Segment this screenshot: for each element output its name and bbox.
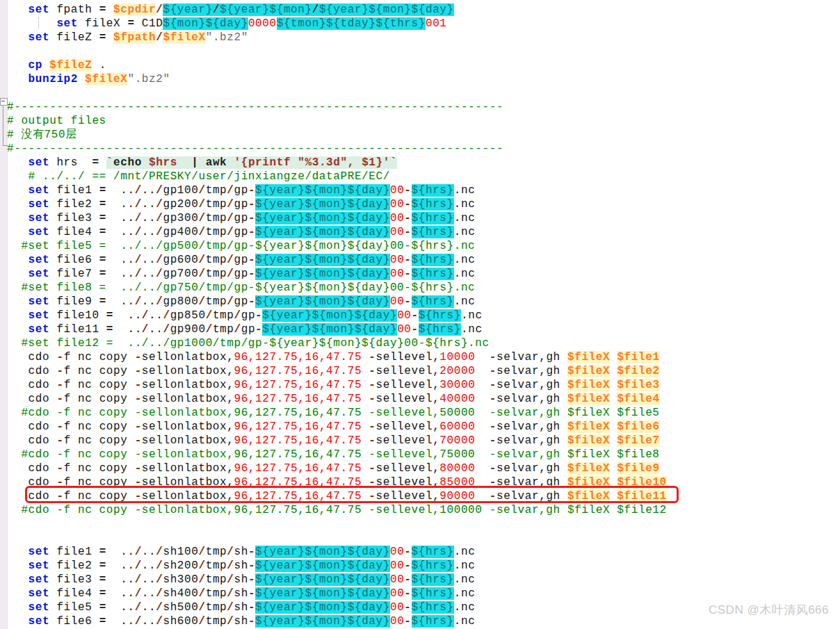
code-token: [475, 351, 489, 363]
code-line[interactable]: set file3 = ../../sh300/tmp/sh-${year}${…: [7, 573, 667, 587]
code-token: file9: [49, 295, 99, 308]
code-area[interactable]: set fpath = $cpdir/${year}/${year}${mon}…: [7, 3, 667, 629]
code-token: ${year}${mon}${day}: [255, 546, 390, 558]
code-line[interactable]: set file9 = ../../gp800/tmp/gp-${year}${…: [7, 295, 667, 309]
code-token: .nc: [454, 184, 476, 197]
code-token: -: [404, 254, 411, 266]
code-line[interactable]: set file4 = ../../sh400/tmp/sh-${year}${…: [7, 587, 667, 601]
code-token: [610, 462, 617, 475]
code-token: 96,127.75,16,47.75: [234, 393, 362, 405]
code-token: ..: [106, 268, 135, 280]
code-line[interactable]: [7, 531, 667, 545]
code-token: $fpath: [113, 31, 156, 44]
code-token: 00: [390, 587, 404, 600]
code-token: -: [404, 226, 411, 238]
code-line[interactable]: set file7 = ../../gp700/tmp/gp-${year}${…: [7, 267, 667, 281]
code-line[interactable]: # output files: [7, 114, 667, 128]
code-token: /: [227, 198, 234, 211]
code-token: f nc copy: [64, 351, 135, 363]
code-token: -: [404, 198, 411, 211]
code-token: [7, 59, 29, 72]
code-token: [7, 212, 29, 224]
code-token: -: [404, 295, 411, 308]
code-line[interactable]: # ../../ == /mnt/PRESKY/user/jinxiangze/…: [7, 170, 667, 183]
fold-collapse-icon[interactable]: [0, 98, 8, 106]
code-line[interactable]: set file1 = ../../gp100/tmp/gp-${year}${…: [7, 183, 667, 197]
code-line[interactable]: set file5 = ../../sh500/tmp/sh-${year}${…: [7, 601, 667, 614]
code-token: ${year}${mon}${day}: [255, 254, 390, 266]
code-line[interactable]: [7, 44, 667, 58]
code-line[interactable]: set file3 = ../../gp300/tmp/gp-${year}${…: [7, 211, 667, 225]
code-token: [7, 407, 21, 419]
code-token: -: [56, 393, 63, 405]
code-token: set: [56, 17, 78, 30]
code-line[interactable]: cdo -f nc copy -sellonlatbox,96,127.75,1…: [7, 364, 667, 378]
code-token: selvar,gh: [496, 351, 567, 363]
code-line[interactable]: # 没有750层: [7, 128, 667, 142]
code-token: ${hrs}: [412, 226, 454, 238]
code-line[interactable]: cdo -f nc copy -sellonlatbox,96,127.75,1…: [7, 392, 667, 406]
code-token: file4: [49, 226, 99, 238]
code-line[interactable]: set hrs = `echo $hrs | awk '{printf "%3.…: [7, 156, 667, 170]
code-token: -: [255, 323, 262, 336]
code-token: ${year}${mon}: [220, 3, 312, 16]
code-line[interactable]: bunzip2 $fileX".bz2": [7, 72, 667, 86]
code-token: 00: [390, 295, 404, 308]
code-line[interactable]: set file2 = ../../gp200/tmp/gp-${year}${…: [7, 197, 667, 211]
code-token: /: [227, 254, 234, 266]
code-token: ..: [106, 254, 135, 266]
code-line[interactable]: set file6 = ../../gp600/tmp/gp-${year}${…: [7, 253, 667, 267]
code-token: sellevel,: [376, 434, 440, 447]
code-token: set: [29, 198, 50, 211]
code-token: -: [248, 295, 255, 308]
code-token: hrs: [49, 156, 92, 169]
code-token: file6: [49, 254, 99, 266]
code-line[interactable]: set file2 = ../../sh200/tmp/sh-${year}${…: [7, 559, 667, 573]
code-line[interactable]: cdo -f nc copy -sellonlatbox,96,127.75,1…: [7, 420, 667, 434]
code-token: ..: [113, 323, 142, 336]
code-line[interactable]: set file10 = ../../gp850/tmp/gp-${year}$…: [7, 309, 667, 322]
code-token: sh: [234, 573, 248, 586]
code-line[interactable]: set fileZ = $fpath/$fileX".bz2": [7, 31, 667, 44]
code-token: file2: [49, 198, 99, 211]
code-line[interactable]: #set file8 = ../../gp750/tmp/gp-${year}$…: [7, 281, 667, 295]
code-line[interactable]: set fpath = $cpdir/${year}/${year}${mon}…: [7, 3, 667, 17]
code-line[interactable]: [7, 86, 667, 100]
code-token: 00: [390, 226, 404, 238]
code-line[interactable]: #cdo -f nc copy -sellonlatbox,96,127.75,…: [7, 503, 667, 517]
code-line[interactable]: set file11 = ../../gp900/tmp/gp-${year}$…: [7, 322, 667, 336]
code-token: set: [29, 309, 50, 322]
code-line[interactable]: set fileX = C1D${mon}${day}0000${tmon}${…: [7, 17, 667, 31]
code-line[interactable]: set file4 = ../../gp400/tmp/gp-${year}${…: [7, 225, 667, 239]
code-token: /: [156, 587, 163, 600]
code-line[interactable]: cdo -f nc copy -sellonlatbox,96,127.75,1…: [7, 378, 667, 392]
code-token: /: [198, 601, 205, 614]
code-line[interactable]: #---------------------------------------…: [7, 100, 667, 114]
code-line[interactable]: #---------------------------------------…: [7, 142, 667, 156]
code-token: /: [156, 601, 163, 614]
code-line[interactable]: #cdo -f nc copy -sellonlatbox,96,127.75,…: [7, 406, 667, 420]
code-token: set: [29, 559, 50, 572]
code-token: gp200: [163, 198, 198, 211]
code-token: [610, 351, 617, 363]
code-token: file2: [49, 559, 99, 572]
code-token: #---------------------------------------…: [7, 142, 503, 155]
code-token: [106, 3, 113, 16]
code-line[interactable]: cdo -f nc copy -sellonlatbox,96,127.75,1…: [7, 461, 667, 475]
code-line[interactable]: #set file12 = ../../gp1000/tmp/gp-${year…: [7, 336, 667, 350]
code-token: cdo: [7, 420, 56, 433]
code-token: =: [99, 615, 106, 628]
code-token: cdo: [7, 365, 56, 377]
code-line[interactable]: set file6 = ../../sh600/tmp/sh-${year}${…: [7, 614, 667, 628]
code-token: set: [29, 587, 50, 600]
code-line[interactable]: cdo -f nc copy -sellonlatbox,96,127.75,1…: [7, 434, 667, 448]
code-line[interactable]: cdo -f nc copy -sellonlatbox,96,127.75,1…: [7, 350, 667, 364]
code-line[interactable]: [7, 517, 667, 531]
code-line[interactable]: #set file5 = ../../gp500/tmp/gp-${year}$…: [7, 239, 667, 253]
code-line[interactable]: #cdo -f nc copy -sellonlatbox,96,127.75,…: [7, 448, 667, 461]
code-line[interactable]: set file1 = ../../sh100/tmp/sh-${year}${…: [7, 545, 667, 559]
code-token: 00: [390, 268, 404, 280]
code-token: -: [490, 379, 496, 391]
code-token: .: [92, 59, 106, 72]
code-line[interactable]: cp $fileZ .: [7, 58, 667, 72]
